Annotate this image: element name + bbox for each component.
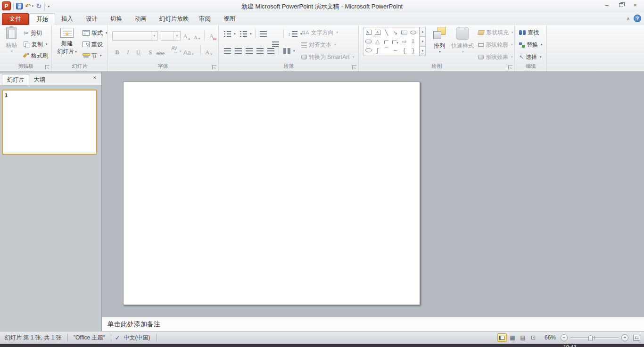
tab-outline[interactable]: 大纲 xyxy=(29,74,50,85)
drawing-dialog-launcher-icon[interactable] xyxy=(508,65,512,69)
justify-button[interactable] xyxy=(256,46,264,56)
tab-insert[interactable]: 插入 xyxy=(55,13,80,25)
arrange-button[interactable]: 排列 ▾ xyxy=(430,25,449,54)
font-name-combo[interactable]: ▾ xyxy=(112,31,158,41)
shape-right-brace-icon[interactable]: } xyxy=(409,46,418,55)
slide-canvas[interactable] xyxy=(123,82,420,305)
copy-label: 复制 xyxy=(32,41,43,49)
change-case-button[interactable]: Aa▾ xyxy=(183,47,193,56)
shrink-font-button[interactable]: A▼ xyxy=(193,31,202,40)
distribute-button[interactable] xyxy=(266,46,275,56)
collapse-ribbon-button[interactable]: ∧ xyxy=(627,16,630,21)
align-right-button[interactable] xyxy=(245,46,254,56)
tab-transitions[interactable]: 切换 xyxy=(104,13,129,25)
reading-view-button[interactable]: ▤ xyxy=(518,333,528,342)
zoom-in-button[interactable]: + xyxy=(621,334,628,341)
shrink-font-icon: A xyxy=(194,34,198,40)
replace-button[interactable]: 替换 ▾ xyxy=(518,40,544,50)
select-button[interactable]: ↖ 选择 ▾ xyxy=(518,52,543,62)
language-indicator[interactable]: 中文(中国) xyxy=(122,334,152,342)
tab-animations[interactable]: 动画 xyxy=(128,13,153,25)
shape-curve-icon[interactable]: ∼ xyxy=(391,46,400,55)
zoom-level[interactable]: 66% xyxy=(543,334,558,341)
font-size-combo[interactable]: ▾ xyxy=(160,31,181,41)
shape-arrow-icon[interactable]: ↘ xyxy=(391,28,400,37)
reset-button[interactable]: ↻ 重设 xyxy=(82,39,104,50)
font-dialog-launcher-icon[interactable] xyxy=(212,65,216,69)
shape-rounded-rectangle-icon[interactable] xyxy=(364,37,373,46)
format-painter-button[interactable]: 格式刷 xyxy=(23,50,49,61)
strikethrough-button[interactable]: abc xyxy=(156,47,165,56)
slide-sorter-button[interactable]: ▦ xyxy=(508,333,517,342)
gallery-more-button[interactable]: ▼ xyxy=(420,46,426,56)
shape-vertical-textbox-icon[interactable]: A xyxy=(373,28,382,37)
normal-view-button[interactable] xyxy=(497,333,507,342)
shape-elbow-connector-icon[interactable] xyxy=(382,37,391,46)
clipboard-dialog-launcher-icon[interactable] xyxy=(45,65,50,69)
new-slide-button[interactable]: * 新建 幻灯片▾ xyxy=(56,26,78,56)
paragraph-dialog-launcher-icon[interactable] xyxy=(352,65,356,69)
zoom-slider[interactable] xyxy=(570,334,619,341)
bullets-button[interactable]: ▾ xyxy=(223,29,237,39)
shape-rectangle-icon[interactable] xyxy=(400,28,409,37)
shape-scribble-icon[interactable]: ʃ xyxy=(373,46,382,55)
minimize-button[interactable]: – xyxy=(600,0,614,10)
shape-right-arrow-icon[interactable]: ⇨ xyxy=(400,37,409,46)
fit-slide-to-window-button[interactable] xyxy=(633,335,640,341)
shape-oval-icon[interactable] xyxy=(409,28,418,37)
tab-design[interactable]: 设计 xyxy=(79,13,104,25)
notes-pane[interactable]: 单击此处添加备注 xyxy=(102,317,644,331)
section-button[interactable]: 节 ▾ xyxy=(82,50,103,61)
tab-review[interactable]: 审阅 xyxy=(192,13,217,25)
paste-button[interactable]: 粘贴 ▾ xyxy=(3,27,20,53)
bold-button[interactable]: B xyxy=(113,47,122,56)
character-spacing-button[interactable]: AV↔ xyxy=(168,46,177,55)
copy-button[interactable]: 复制 ▾ xyxy=(23,39,49,50)
text-shadow-button[interactable]: S xyxy=(146,47,155,56)
clear-formatting-button[interactable]: A xyxy=(207,31,216,40)
shape-left-brace-icon[interactable]: { xyxy=(400,46,409,55)
numbering-button[interactable]: ▾ xyxy=(239,29,253,39)
align-center-button[interactable] xyxy=(234,46,243,56)
shape-textbox-icon[interactable]: A xyxy=(364,28,373,37)
shape-down-arrow-icon[interactable]: ⇩ xyxy=(409,37,418,46)
shape-freeform-icon[interactable] xyxy=(364,46,373,55)
find-button[interactable]: 查找 xyxy=(518,27,540,38)
text-direction-button[interactable]: ⇅A 文字方向 ▾ xyxy=(300,27,339,38)
align-text-button[interactable]: 对齐文本 ▾ xyxy=(300,40,337,50)
gallery-scroll-down-button[interactable]: ▼ xyxy=(420,37,426,47)
zoom-out-button[interactable]: − xyxy=(561,334,568,341)
tab-view[interactable]: 视图 xyxy=(217,13,242,25)
align-left-button[interactable] xyxy=(223,46,232,56)
italic-button[interactable]: I xyxy=(124,47,132,56)
tab-slideshow[interactable]: 幻灯片放映 xyxy=(153,13,196,25)
slide-thumbnail-selected[interactable]: 1 xyxy=(2,90,97,155)
shape-effects-button[interactable]: 形状效果 ▾ xyxy=(477,52,514,62)
convert-smartart-button[interactable]: 转换为 SmartArt ▾ xyxy=(300,52,355,62)
tab-slides[interactable]: 幻灯片 xyxy=(2,74,29,85)
layout-button[interactable]: 版式 ▾ xyxy=(82,28,108,38)
zoom-slider-thumb[interactable] xyxy=(588,335,593,341)
tab-file[interactable]: 文件 xyxy=(2,13,29,25)
shape-triangle-icon[interactable]: △ xyxy=(373,37,382,46)
slideshow-button[interactable]: ⊡ xyxy=(528,333,538,342)
tab-home[interactable]: 开始 xyxy=(29,13,55,25)
cut-button[interactable]: ✂ 剪切 xyxy=(23,28,43,38)
gallery-scroll-up-button[interactable]: ▲ xyxy=(420,27,426,37)
columns-button[interactable]: ▾ xyxy=(282,46,296,56)
shape-arc-icon[interactable]: ⌒ xyxy=(382,46,391,55)
underline-button[interactable]: U xyxy=(134,47,143,56)
restore-button[interactable] xyxy=(614,0,628,10)
close-button[interactable]: × xyxy=(628,0,642,10)
shape-line-icon[interactable]: ╲ xyxy=(382,28,391,37)
shape-fill-button[interactable]: 形状填充 ▾ xyxy=(477,27,514,38)
spellcheck-icon[interactable]: ✓ xyxy=(115,334,120,341)
quick-styles-button[interactable]: 快速样式 ▾ xyxy=(450,25,475,54)
font-color-button[interactable]: A▾ xyxy=(204,47,213,56)
grow-font-button[interactable]: A▲ xyxy=(182,31,191,40)
help-button[interactable]: ? xyxy=(634,15,641,22)
shape-outline-button[interactable]: 形状轮廓 ▾ xyxy=(477,40,514,50)
shape-elbow-arrow-connector-icon[interactable]: ▾ xyxy=(391,37,400,46)
close-pane-button[interactable]: × xyxy=(91,74,99,82)
theme-name[interactable]: "Office 主题" xyxy=(72,334,107,342)
